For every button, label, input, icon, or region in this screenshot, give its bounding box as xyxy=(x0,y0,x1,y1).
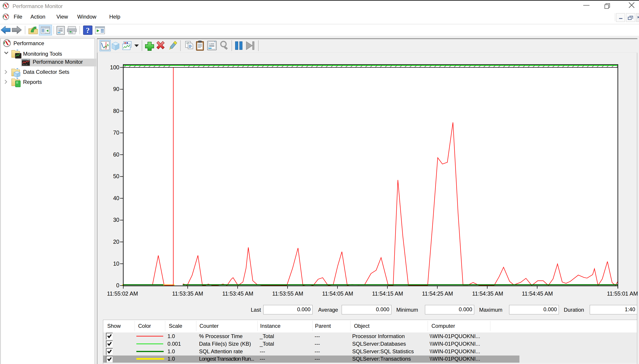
svg-text:11:54:25 AM: 11:54:25 AM xyxy=(422,290,453,297)
svg-text:30: 30 xyxy=(113,217,119,223)
svg-text:11:54:15 AM: 11:54:15 AM xyxy=(372,290,403,297)
svg-text:11:55:01 AM: 11:55:01 AM xyxy=(607,290,638,297)
svg-text:11:53:45 AM: 11:53:45 AM xyxy=(222,290,254,297)
svg-text:0: 0 xyxy=(116,282,119,288)
svg-text:10: 10 xyxy=(113,260,119,267)
svg-text:60: 60 xyxy=(113,151,119,158)
svg-text:11:53:55 AM: 11:53:55 AM xyxy=(272,290,303,297)
svg-text:50: 50 xyxy=(113,173,119,179)
svg-text:11:54:05 AM: 11:54:05 AM xyxy=(322,290,353,297)
svg-text:100: 100 xyxy=(110,64,119,70)
svg-text:11:54:35 AM: 11:54:35 AM xyxy=(472,290,503,297)
svg-text:11:55:02 AM: 11:55:02 AM xyxy=(107,290,138,297)
svg-text:40: 40 xyxy=(113,195,119,201)
svg-text:11:53:35 AM: 11:53:35 AM xyxy=(172,290,203,297)
svg-text:90: 90 xyxy=(113,86,119,92)
svg-text:20: 20 xyxy=(113,238,119,245)
svg-text:70: 70 xyxy=(113,130,119,136)
svg-text:80: 80 xyxy=(113,108,119,114)
svg-text:11:54:45 AM: 11:54:45 AM xyxy=(522,290,553,297)
